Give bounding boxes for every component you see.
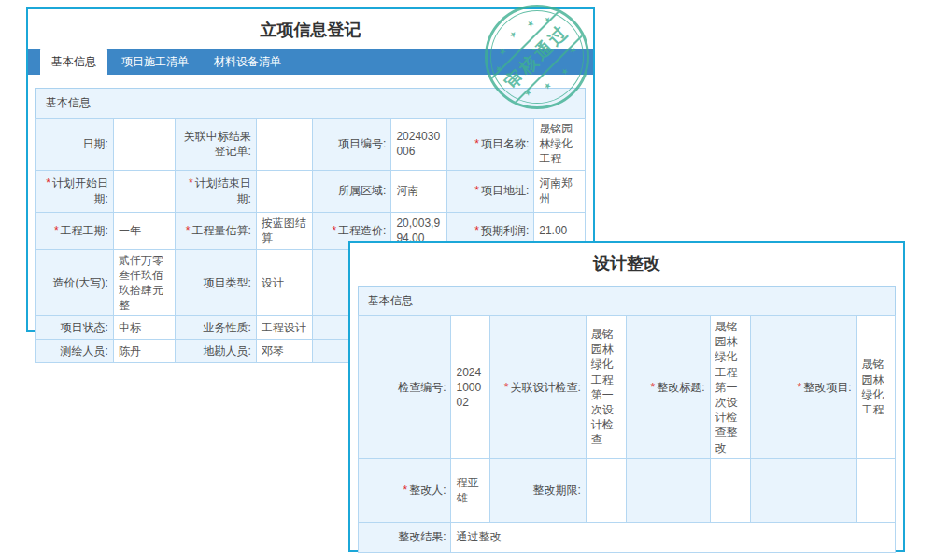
field-value	[856, 458, 895, 522]
field-label-text: 项目地址:	[481, 184, 529, 197]
field-label: 造价(大写):	[36, 249, 114, 316]
field-value: 贰仟万零叁仟玖佰玖拾肆元整	[113, 249, 175, 316]
field-label: *计划结束日期:	[175, 170, 256, 212]
field-label: 整改期限:	[490, 458, 586, 522]
field-value: 晟铭园林绿化工程	[856, 316, 895, 459]
field-value: 陈丹	[113, 340, 175, 363]
field-value: 一年	[113, 212, 175, 249]
field-value: 通过整改	[451, 522, 896, 552]
field-value: 程亚雄	[451, 458, 490, 522]
field-label: 整改结果:	[359, 522, 451, 552]
tab-construction-list[interactable]: 项目施工清单	[110, 49, 200, 75]
field-label: 日期:	[36, 119, 114, 171]
field-label: *计划开始日期:	[36, 170, 114, 212]
table-row: 整改结果: 通过整改	[359, 522, 896, 552]
field-label: 业务性质:	[175, 316, 256, 340]
field-label-text: 计划结束日期:	[195, 176, 251, 204]
field-value	[113, 119, 175, 171]
field-label: 测绘人员:	[36, 340, 114, 363]
field-label-text: 整改人:	[409, 483, 446, 497]
field-value	[256, 119, 312, 171]
required-asterisk: *	[186, 224, 191, 237]
field-label: 项目类型:	[175, 249, 256, 316]
field-value: 2024100002	[451, 316, 490, 459]
field-label: 关联中标结果登记单:	[175, 119, 256, 171]
field-value: 中标	[113, 316, 175, 340]
required-asterisk: *	[403, 483, 407, 497]
tab-material-equipment-list[interactable]: 材料设备清单	[203, 49, 292, 75]
required-asterisk: *	[46, 176, 50, 189]
field-label: 项目状态:	[36, 316, 114, 340]
required-asterisk: *	[474, 137, 479, 150]
required-asterisk: *	[798, 381, 802, 394]
required-asterisk: *	[474, 184, 479, 197]
field-value: 邓琴	[256, 340, 312, 363]
field-value	[113, 170, 175, 212]
field-value: 工程设计	[256, 316, 312, 340]
table-row: 检查编号: 2024100002 *关联设计检查: 晟铭园林绿化工程第一次设计检…	[359, 316, 896, 459]
field-label	[750, 458, 856, 522]
field-label-text: 计划开始日期:	[52, 176, 108, 204]
field-label-text: 工程造价:	[338, 224, 386, 237]
field-label-text: 整改标题:	[657, 381, 704, 394]
design-rectification-window: 设计整改 基本信息 检查编号: 2024100002 *关联设计检查: 晟铭园林…	[348, 241, 905, 552]
field-value: 河南	[391, 170, 446, 212]
field-label	[626, 458, 710, 522]
field-label: *整改项目:	[750, 316, 856, 459]
field-label: *工程工期:	[36, 212, 114, 249]
field-label-text: 整改项目:	[803, 381, 851, 394]
field-value: 晟铭园林绿化工程第一次设计检查	[586, 316, 626, 459]
field-label: *项目名称:	[446, 119, 533, 171]
field-label: 检查编号:	[359, 316, 451, 459]
field-value: 晟铭园林绿化工程第一次设计检查整改	[710, 316, 750, 459]
field-value	[586, 458, 626, 522]
section-header: 基本信息	[358, 286, 896, 315]
field-value	[256, 170, 312, 212]
field-value: 2024030006	[391, 119, 446, 171]
required-asterisk: *	[332, 224, 336, 237]
field-label: 地勘人员:	[175, 340, 256, 363]
field-label: 项目编号:	[312, 119, 391, 171]
table-row: *整改人: 程亚雄 整改期限:	[359, 458, 896, 522]
field-label: *整改人:	[359, 458, 451, 522]
required-asterisk: *	[651, 381, 656, 394]
required-asterisk: *	[504, 381, 509, 394]
field-value: 河南郑州	[534, 170, 586, 212]
table-row: *计划开始日期: *计划结束日期: 所属区域: 河南 *项目地址: 河南郑州	[36, 170, 586, 212]
field-label: *整改标题:	[626, 316, 710, 459]
required-asterisk: *	[189, 176, 193, 189]
tab-basic-info[interactable]: 基本信息	[40, 49, 107, 75]
field-label: 所属区域:	[312, 170, 391, 212]
field-label-text: 项目名称:	[481, 137, 529, 150]
field-label: *项目地址:	[446, 170, 533, 212]
field-label: *关联设计检查:	[490, 316, 586, 459]
field-value: 按蓝图结算	[256, 212, 312, 249]
required-asterisk: *	[54, 224, 59, 237]
page-title: 设计整改	[350, 243, 903, 282]
table-row: 日期: 关联中标结果登记单: 项目编号: 2024030006 *项目名称: 晟…	[36, 119, 586, 171]
field-label: *工程量估算:	[175, 212, 256, 249]
field-value: 设计	[256, 249, 312, 316]
field-label-text: 工程量估算:	[191, 224, 250, 237]
field-label-text: 关联设计检查:	[510, 381, 580, 394]
field-label-text: 工程工期:	[61, 224, 108, 237]
rectification-info-table: 检查编号: 2024100002 *关联设计检查: 晟铭园林绿化工程第一次设计检…	[358, 315, 896, 553]
field-value	[710, 458, 750, 522]
panel2-content: 基本信息 检查编号: 2024100002 *关联设计检查: 晟铭园林绿化工程第…	[350, 282, 903, 553]
field-label-text: 预期利润:	[481, 224, 529, 237]
required-asterisk: *	[474, 224, 479, 237]
